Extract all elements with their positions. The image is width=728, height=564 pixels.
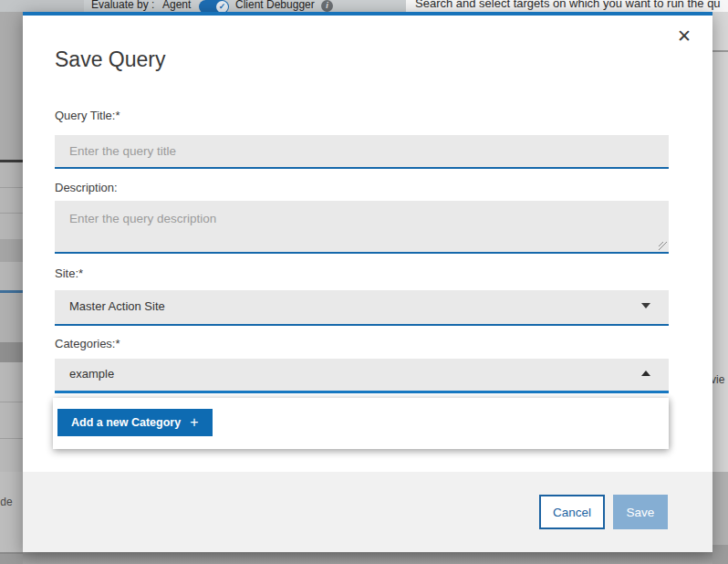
client-debugger-label: Client Debugger (235, 0, 315, 11)
evaluate-by-label: Evaluate by : (91, 0, 154, 11)
modal-accent-border (23, 12, 712, 16)
bg-band (0, 342, 23, 362)
background-right-strip: vie (712, 12, 728, 564)
site-select-value: Master Action Site (69, 299, 165, 313)
site-label: Site:* (55, 266, 83, 280)
bg-band (0, 12, 23, 160)
query-title-input[interactable] (55, 135, 669, 169)
bg-band (0, 362, 23, 472)
cancel-button[interactable]: Cancel (539, 495, 605, 529)
bg-band (0, 554, 23, 564)
bg-divider (0, 213, 23, 214)
chevron-up-icon (641, 371, 650, 376)
background-bottom-strip (23, 552, 712, 564)
description-label: Description: (55, 181, 118, 194)
bg-band (0, 239, 23, 262)
toggle-check-icon: ✓ (216, 1, 228, 12)
search-instruction-text: Search and select targets on which you w… (415, 0, 721, 10)
modal-title: Save Query (55, 47, 165, 72)
bg-band (0, 162, 23, 239)
description-textarea[interactable] (55, 201, 669, 254)
bg-band (0, 293, 23, 342)
info-icon[interactable]: i (321, 0, 333, 12)
bg-band (712, 12, 728, 50)
bg-divider (0, 438, 23, 439)
query-title-label: Query Title:* (55, 109, 120, 122)
background-partial-text-right: vie (712, 373, 724, 386)
add-category-button-label: Add a new Category (71, 416, 181, 429)
bg-band (712, 545, 728, 564)
categories-label: Categories:* (55, 337, 120, 350)
page-top-bar: Evaluate by : Agent ✓ Client Debugger i … (0, 0, 728, 12)
client-debugger-toggle[interactable]: ✓ (199, 0, 229, 12)
bg-band (712, 472, 728, 545)
bg-band (0, 472, 23, 552)
background-partial-text-left: Ide (0, 496, 13, 508)
categories-dropdown-panel: Add a new Category + (53, 398, 669, 449)
chevron-down-icon (641, 303, 650, 308)
bg-divider (0, 402, 23, 402)
categories-select-value: example (69, 367, 114, 381)
modal-footer: Cancel Save (23, 472, 712, 552)
top-bar-left-block (0, 0, 84, 12)
bg-divider (0, 187, 23, 188)
resize-grip-icon[interactable] (659, 242, 668, 251)
bg-divider (712, 50, 728, 52)
close-icon[interactable]: ✕ (672, 25, 696, 48)
agent-label: Agent (162, 0, 191, 11)
background-left-strip: Ide (0, 12, 23, 564)
save-button[interactable]: Save (613, 495, 668, 529)
add-category-button[interactable]: Add a new Category + (57, 409, 213, 436)
categories-select[interactable]: example (55, 359, 669, 393)
site-select[interactable]: Master Action Site (55, 290, 669, 326)
save-query-modal: ✕ Save Query Query Title:* Description: … (23, 12, 712, 552)
bg-band (0, 262, 23, 290)
plus-icon: + (190, 415, 198, 430)
